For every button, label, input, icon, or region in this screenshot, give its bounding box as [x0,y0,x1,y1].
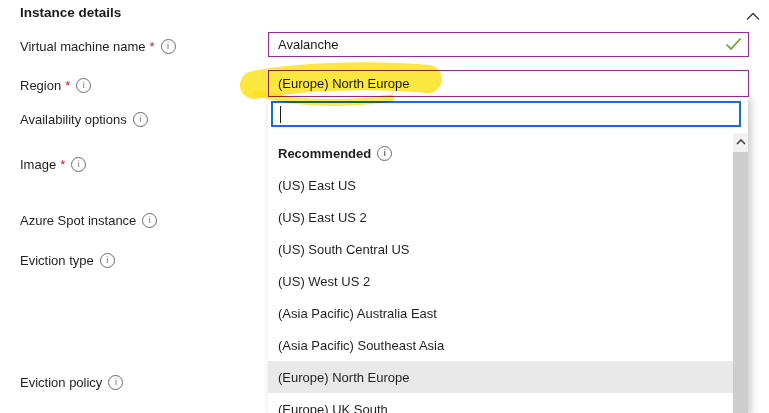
field-label-region: Region * [20,77,91,93]
region-option-east-us-2[interactable]: (US) East US 2 [268,201,733,233]
chevron-up-icon[interactable] [746,9,760,18]
region-combobox[interactable]: (Europe) North Europe [268,70,749,97]
field-label-eviction-type: Eviction type [20,252,115,268]
info-icon[interactable] [161,39,176,54]
region-option-australia-east[interactable]: (Asia Pacific) Australia East [268,297,733,329]
field-label-azure-spot-instance: Azure Spot instance [20,212,157,228]
instance-details-form: Instance details Virtual machine name * … [0,0,769,413]
field-label-text: Virtual machine name [20,39,146,54]
info-icon[interactable] [108,375,123,390]
field-label-text: Azure Spot instance [20,213,136,228]
virtual-machine-name-input[interactable] [268,32,749,57]
info-icon[interactable] [76,78,91,93]
check-icon [725,37,742,52]
region-option-uk-south[interactable]: (Europe) UK South [268,393,733,413]
info-icon[interactable] [377,146,392,161]
field-label-text: Image [20,157,56,172]
scroll-up-arrow-icon[interactable] [733,133,748,150]
required-asterisk: * [60,157,65,172]
text-caret [280,106,281,123]
section-title: Instance details [20,5,121,20]
region-dropdown-panel: Recommended (US) East US (US) East US 2 … [268,97,748,413]
field-label-text: Eviction type [20,253,94,268]
region-search-input[interactable] [271,101,741,127]
group-header-text: Recommended [278,146,371,161]
required-asterisk: * [65,78,70,93]
info-icon[interactable] [100,253,115,268]
field-label-availability-options: Availability options [20,111,148,127]
region-selected-value: (Europe) North Europe [278,76,410,91]
region-option-west-us-2[interactable]: (US) West US 2 [268,265,733,297]
region-option-north-europe[interactable]: (Europe) North Europe [268,361,733,393]
region-option-east-us[interactable]: (US) East US [268,169,733,201]
info-icon[interactable] [71,157,86,172]
required-asterisk: * [150,39,155,54]
field-label-text: Eviction policy [20,375,102,390]
field-label-image: Image * [20,156,86,172]
dropdown-group-header: Recommended [268,137,733,169]
field-label-eviction-policy: Eviction policy [20,374,123,390]
region-option-southeast-asia[interactable]: (Asia Pacific) Southeast Asia [268,329,733,361]
region-option-south-central-us[interactable]: (US) South Central US [268,233,733,265]
region-option-list: Recommended (US) East US (US) East US 2 … [268,137,733,413]
info-icon[interactable] [142,213,157,228]
dropdown-scrollbar[interactable] [733,133,748,413]
field-label-virtual-machine-name: Virtual machine name * [20,38,176,54]
field-label-text: Availability options [20,112,127,127]
scrollbar-thumb[interactable] [733,152,748,413]
info-icon[interactable] [133,112,148,127]
field-label-text: Region [20,78,61,93]
